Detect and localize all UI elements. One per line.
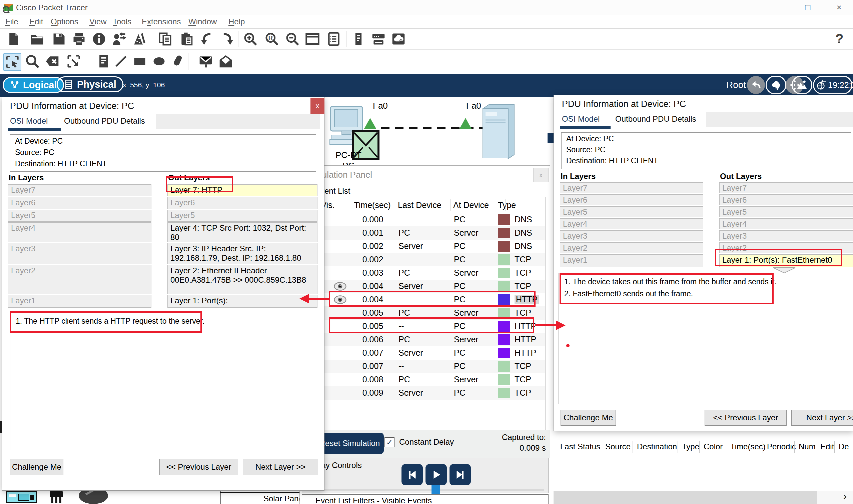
print-button[interactable] [71, 31, 87, 47]
layer-row-5[interactable]: Layer5 [167, 210, 318, 222]
close-button[interactable]: × [830, 1, 848, 13]
draw-freeform-button[interactable] [170, 53, 186, 70]
info-button[interactable] [91, 31, 107, 47]
event-row[interactable]: 0.003PCServerTCP [305, 266, 545, 280]
event-row[interactable]: 0.002ServerPCDNS [305, 240, 545, 253]
layer-row-3[interactable]: Layer3 [719, 230, 853, 241]
event-row[interactable]: 0.005--PCHTTP [305, 320, 545, 333]
event-row[interactable]: 0.000--PCDNS [305, 213, 545, 226]
layer-row-6[interactable]: Layer6 [560, 194, 703, 205]
reset-simulation-button[interactable]: Reset Simulation [316, 433, 384, 454]
place-note-button[interactable] [95, 53, 112, 70]
redo-button[interactable] [219, 31, 235, 47]
tab-physical[interactable]: Physical [57, 76, 123, 92]
layer-row-7[interactable]: Layer7 [560, 182, 703, 193]
simulation-panel-close-button[interactable]: x [533, 168, 549, 182]
menu-tools[interactable]: Tools [113, 17, 131, 26]
device-transistor-icon[interactable] [49, 490, 64, 503]
magic-wand-button[interactable] [131, 31, 147, 47]
previous-layer-button[interactable]: << Previous Layer [705, 410, 787, 426]
draw-line-button[interactable] [113, 53, 129, 70]
challenge-me-button[interactable]: Challenge Me [561, 410, 616, 426]
draw-ellipse-button[interactable] [151, 53, 167, 70]
menu-file[interactable]: File [5, 17, 18, 26]
visible-eye[interactable] [333, 281, 347, 291]
event-row[interactable]: 0.001PCServerDNS [305, 226, 545, 240]
layer-row-1[interactable]: Layer1 [560, 254, 703, 267]
minimize-button[interactable]: – [767, 1, 786, 13]
event-row[interactable]: 0.007--PCTCP [305, 360, 545, 373]
layer-row-6[interactable]: Layer6 [719, 194, 853, 205]
event-row[interactable]: 0.006PCServerHTTP [305, 333, 545, 346]
maximize-button[interactable]: □ [798, 1, 817, 13]
event-row[interactable]: 0.005PCServerTCP [305, 306, 545, 320]
layer-row-5[interactable]: Layer5 [719, 206, 853, 217]
scenario-hscrollbar[interactable] [553, 491, 817, 504]
back-step-button[interactable] [402, 464, 423, 485]
select-button[interactable] [3, 53, 21, 71]
previous-layer-button[interactable]: << Previous Layer [159, 459, 238, 475]
next-layer-button[interactable]: Next Layer >> [243, 459, 318, 475]
menu-extensions[interactable]: Extensions [142, 17, 181, 26]
event-row[interactable]: 0.002--PCTCP [305, 253, 545, 266]
inspect-button[interactable] [24, 53, 41, 70]
layer-row-7[interactable]: Layer 7: HTTP [167, 184, 318, 196]
constant-delay-checkbox[interactable]: ✓ [385, 437, 394, 447]
event-row[interactable]: 0.008PCServerTCP [305, 373, 545, 386]
layer-row-7[interactable]: Layer7 [719, 182, 853, 193]
layer-row-2[interactable]: Layer2 [719, 242, 853, 253]
layer-row-2[interactable]: Layer 2: Ethernet II Header 00E0.A381.47… [167, 265, 318, 294]
draw-rectangle-button[interactable] [131, 53, 148, 70]
menu-help[interactable]: Help [228, 17, 245, 26]
challenge-me-button[interactable]: Challenge Me [10, 459, 64, 475]
device-board-icon[interactable] [6, 491, 37, 503]
new-window-button[interactable] [304, 31, 321, 47]
open-folder-button[interactable] [29, 31, 46, 47]
resize-shape-button[interactable] [65, 53, 82, 70]
speed-slider-handle[interactable] [431, 485, 440, 495]
layer-row-4[interactable]: Layer 4: TCP Src Port: 1032, Dst Port: 8… [167, 222, 318, 242]
menu-view[interactable]: View [89, 17, 107, 26]
environment-button[interactable] [766, 76, 786, 94]
layer-row-1[interactable]: Layer1 [8, 295, 152, 308]
layer-row-7[interactable]: Layer7 [8, 184, 152, 196]
layer-row-5[interactable]: Layer5 [560, 206, 703, 217]
simulation-clock[interactable]: 19:22:30 [813, 76, 852, 94]
layer-row-4[interactable]: Layer4 [719, 218, 853, 229]
layer-row-1[interactable]: Layer 1: Port(s): [167, 295, 318, 308]
column-header-last-device[interactable]: Last Device [398, 197, 450, 213]
tab-logical[interactable]: Logical [3, 77, 64, 93]
back-button[interactable] [747, 76, 765, 94]
layer-row-3[interactable]: Layer3 [8, 243, 152, 264]
column-header-type[interactable]: Type [498, 197, 538, 213]
help-button[interactable]: ? [835, 31, 843, 46]
speed-slider-track[interactable] [306, 489, 544, 491]
new-file-button[interactable] [5, 31, 22, 47]
save-button[interactable] [51, 31, 67, 47]
layer-row-6[interactable]: Layer6 [8, 197, 152, 209]
rack-view-button[interactable] [350, 31, 367, 47]
next-layer-button[interactable]: Next Layer >> [791, 410, 853, 426]
play-button[interactable] [426, 464, 447, 485]
add-simple-pdu-button[interactable] [197, 53, 214, 70]
zoom-reset-button[interactable]: R [263, 31, 280, 47]
tab-outbound-pdu-details[interactable]: Outbound PDU Details [64, 116, 145, 126]
undo-button[interactable] [199, 31, 215, 47]
zoom-out-button[interactable] [284, 31, 301, 47]
visible-eye[interactable] [333, 295, 347, 305]
server-device-icon[interactable] [480, 104, 517, 161]
visible-eye-icon[interactable] [333, 281, 347, 291]
list-window-button[interactable] [325, 31, 342, 47]
activity-wizard-button[interactable] [111, 31, 127, 47]
event-row[interactable]: 0.009ServerPCTCP [305, 386, 545, 400]
event-row[interactable]: 0.004--PCHTTP [305, 293, 545, 306]
copy-button[interactable] [157, 31, 173, 47]
tab-osi-model[interactable]: OSI Model [562, 114, 600, 124]
menu-edit[interactable]: Edit [29, 17, 43, 26]
modem-device-button[interactable] [370, 31, 387, 47]
tab-outbound-pdu-details[interactable]: Outbound PDU Details [615, 114, 696, 124]
event-row[interactable]: 0.007ServerPCHTTP [305, 346, 545, 360]
layer-row-4[interactable]: Layer4 [560, 218, 703, 229]
layer-row-2[interactable]: Layer2 [8, 265, 152, 294]
delete-button[interactable] [44, 53, 61, 70]
